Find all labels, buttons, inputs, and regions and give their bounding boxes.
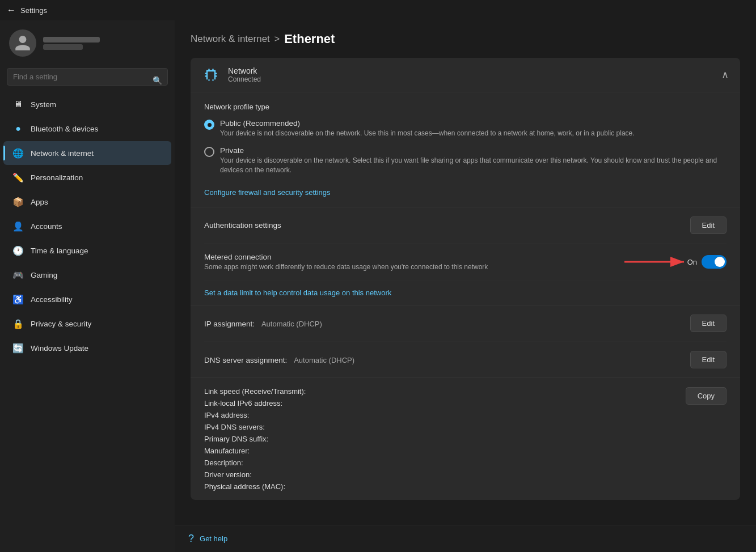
sidebar-label-accessibility: Accessibility	[31, 295, 73, 304]
sidebar-label-gaming: Gaming	[31, 271, 57, 279]
dns-value: Automatic (DHCP)	[294, 356, 354, 364]
sidebar-label-network: Network & internet	[31, 149, 94, 158]
sidebar-item-gaming[interactable]: 🎮 Gaming	[3, 263, 171, 287]
ipv6-label: Link-local IPv6 address:	[204, 399, 306, 407]
metered-toggle-wrap: On	[687, 255, 727, 269]
accounts-icon: 👤	[12, 220, 24, 232]
firewall-link[interactable]: Configure firewall and security settings	[204, 188, 331, 197]
user-name-bar1	[43, 37, 100, 43]
metered-label: Metered connection	[204, 253, 488, 261]
help-link[interactable]: Get help	[200, 534, 227, 543]
sidebar-label-time: Time & language	[31, 247, 88, 255]
private-option-text: Private Your device is discoverable on t…	[220, 146, 727, 175]
copy-button[interactable]: Copy	[686, 387, 727, 405]
search-container: 🔍	[0, 68, 175, 92]
page-header: Network & internet > Ethernet	[175, 20, 756, 58]
ethernet-icon	[202, 66, 220, 84]
profile-type-title: Network profile type	[204, 103, 727, 111]
primary-dns-label: Primary DNS suffix:	[204, 435, 306, 443]
network-icon: 🌐	[12, 147, 24, 159]
sidebar-label-personalization: Personalization	[31, 173, 83, 182]
private-desc: Your device is discoverable on the netwo…	[220, 156, 727, 175]
content-area: Network & internet > Ethernet Network Co…	[175, 20, 756, 552]
sidebar-item-accessibility[interactable]: ♿ Accessibility	[3, 287, 171, 311]
sidebar-item-apps[interactable]: 📦 Apps	[3, 190, 171, 214]
sidebar-label-update: Windows Update	[31, 344, 88, 353]
network-info-section: Link speed (Receive/Transmit): Link-loca…	[191, 378, 740, 500]
dns-edit-button[interactable]: Edit	[690, 351, 727, 368]
privacy-icon: 🔒	[12, 318, 24, 329]
user-name-bar2	[43, 44, 83, 50]
user-section	[0, 20, 175, 68]
sidebar-label-system: System	[31, 100, 56, 109]
dns-label: DNS server assignment:	[204, 356, 287, 364]
metered-row: Metered connection Some apps might work …	[204, 244, 727, 281]
info-labels: Link speed (Receive/Transmit): Link-loca…	[204, 387, 306, 491]
auth-edit-button[interactable]: Edit	[690, 216, 727, 234]
public-desc: Your device is not discoverable on the n…	[220, 129, 635, 138]
avatar	[9, 29, 36, 57]
ip-assignment-value: Automatic (DHCP)	[261, 320, 322, 328]
private-radio[interactable]	[204, 147, 214, 157]
network-name: Network	[228, 66, 261, 75]
personalization-icon: ✏️	[12, 172, 24, 183]
sidebar-label-apps: Apps	[31, 198, 48, 206]
breadcrumb-sep: >	[274, 34, 280, 44]
red-arrow-annotation	[624, 253, 692, 270]
link-speed-label: Link speed (Receive/Transmit):	[204, 387, 306, 396]
time-icon: 🕐	[12, 245, 24, 256]
sidebar-label-accounts: Accounts	[31, 222, 62, 231]
description-label: Description:	[204, 458, 306, 467]
network-status-text: Connected	[228, 75, 261, 83]
sidebar-item-personalization[interactable]: ✏️ Personalization	[3, 165, 171, 189]
ip-assignment-info: IP assignment: Automatic (DHCP)	[204, 319, 322, 328]
sidebar-item-system[interactable]: 🖥 System	[3, 92, 171, 116]
network-info: Network Connected	[228, 66, 261, 83]
sidebar-item-time[interactable]: 🕐 Time & language	[3, 239, 171, 262]
public-radio[interactable]	[204, 120, 214, 130]
public-option[interactable]: Public (Recommended) Your device is not …	[204, 119, 727, 138]
bottom-bar: ? Get help	[175, 525, 756, 552]
nav-list: 🖥 System ● Bluetooth & devices 🌐 Network…	[0, 92, 175, 360]
search-input[interactable]	[7, 68, 168, 86]
private-label: Private	[220, 146, 727, 155]
update-icon: 🔄	[12, 342, 24, 354]
data-limit-link[interactable]: Set a data limit to help control data us…	[204, 288, 391, 297]
sidebar-item-network[interactable]: 🌐 Network & internet	[3, 141, 171, 165]
ipv4-dns-label: IPv4 DNS servers:	[204, 423, 306, 431]
ip-assignment-row: IP assignment: Automatic (DHCP) Edit	[204, 305, 727, 342]
private-option[interactable]: Private Your device is discoverable on t…	[204, 146, 727, 175]
network-status-left: Network Connected	[202, 66, 261, 84]
main-layout: 🔍 🖥 System ● Bluetooth & devices 🌐 Netwo…	[0, 20, 756, 552]
search-icon: 🔍	[153, 76, 162, 85]
ipv4-label: IPv4 address:	[204, 411, 306, 419]
public-label: Public (Recommended)	[220, 119, 635, 128]
mac-label: Physical address (MAC):	[204, 482, 306, 491]
system-icon: 🖥	[12, 99, 24, 110]
sidebar-item-privacy[interactable]: 🔒 Privacy & security	[3, 312, 171, 336]
app-title: Settings	[20, 6, 47, 15]
metered-toggle[interactable]	[702, 255, 727, 269]
driver-label: Driver version:	[204, 470, 306, 479]
collapse-button[interactable]: ∧	[721, 69, 729, 81]
sidebar-item-accounts[interactable]: 👤 Accounts	[3, 214, 171, 238]
breadcrumb-parent[interactable]: Network & internet	[191, 33, 270, 45]
manufacturer-label: Manufacturer:	[204, 447, 306, 455]
data-limit-wrap: Set a data limit to help control data us…	[204, 281, 727, 305]
back-button[interactable]: ←	[7, 5, 16, 15]
public-option-text: Public (Recommended) Your device is not …	[220, 119, 635, 138]
network-status-bar[interactable]: Network Connected ∧	[191, 58, 740, 92]
page-title: Ethernet	[284, 32, 335, 46]
sidebar-item-bluetooth[interactable]: ● Bluetooth & devices	[3, 117, 171, 141]
dns-row: DNS server assignment: Automatic (DHCP) …	[204, 342, 727, 377]
ip-edit-button[interactable]: Edit	[690, 315, 727, 332]
gaming-icon: 🎮	[12, 269, 24, 281]
sidebar-item-update[interactable]: 🔄 Windows Update	[3, 336, 171, 360]
help-icon: ?	[188, 533, 194, 545]
sidebar: 🔍 🖥 System ● Bluetooth & devices 🌐 Netwo…	[0, 20, 175, 552]
sidebar-label-bluetooth: Bluetooth & devices	[31, 125, 98, 133]
ip-assignment-label: IP assignment:	[204, 320, 255, 328]
metered-desc: Some apps might work differently to redu…	[204, 263, 488, 271]
ip-section: IP assignment: Automatic (DHCP) Edit DNS…	[191, 305, 740, 378]
auth-section: Authentication settings Edit Metered con…	[191, 207, 740, 305]
